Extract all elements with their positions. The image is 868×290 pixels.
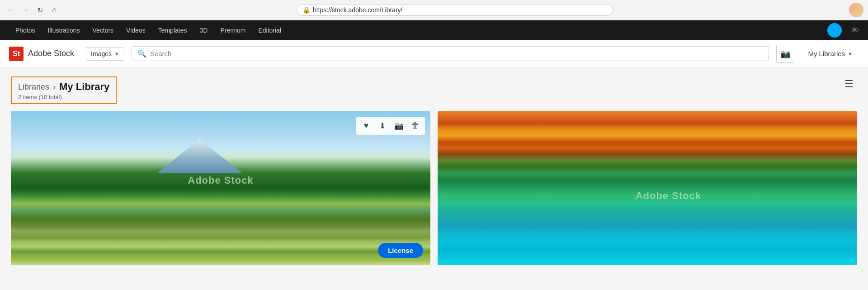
my-libraries-button[interactable]: My Libraries ▼ (802, 46, 859, 61)
url-text: https://stock.adobe.com/Library/ (313, 6, 607, 14)
main-content: Libraries › My Library 2 items (10 total… (0, 67, 868, 274)
search-type-label: Images (91, 50, 112, 57)
search-type-select[interactable]: Images ▼ (86, 47, 124, 61)
license-button[interactable]: License (378, 243, 423, 258)
breadcrumb-row: Libraries › My Library (18, 81, 109, 93)
forward-button[interactable]: → (19, 4, 32, 16)
nav-item-photos[interactable]: Photos (9, 20, 42, 40)
search-input[interactable] (150, 50, 764, 57)
stock-header: St Adobe Stock Images ▼ 🔍 📷 My Libraries… (0, 40, 868, 67)
browser-toolbar: ← → ↻ ⌂ 🔒 https://stock.adobe.com/Librar… (0, 0, 868, 20)
user-circle (827, 23, 842, 38)
user-avatar (849, 3, 863, 17)
browser-chrome: ← → ↻ ⌂ 🔒 https://stock.adobe.com/Librar… (0, 0, 868, 20)
breadcrumb-section: Libraries › My Library 2 items (10 total… (11, 76, 857, 104)
image-card-mountain[interactable]: ♥ ⬇ 📷 🗑 License (11, 111, 430, 265)
back-button[interactable]: ← (5, 4, 17, 16)
search-icon: 🔍 (137, 49, 146, 58)
image-grid: ♥ ⬇ 📷 🗑 License (11, 111, 857, 265)
home-button[interactable]: ⌂ (48, 4, 61, 16)
nav-item-premium[interactable]: Premium (214, 20, 252, 40)
chevron-down-icon: ▼ (848, 51, 853, 57)
breadcrumb-box: Libraries › My Library 2 items (10 total… (11, 76, 117, 104)
breadcrumb-current: My Library (59, 81, 109, 93)
nav-item-3d[interactable]: 3D (193, 20, 214, 40)
nav-item-illustrations[interactable]: Illustrations (42, 20, 86, 40)
eye-icon[interactable]: 👁 (851, 26, 859, 35)
chevron-down-icon: ▼ (114, 51, 119, 57)
camera-icon: 📷 (780, 49, 790, 59)
delete-button[interactable]: 🗑 (408, 119, 422, 133)
nav-item-videos[interactable]: Videos (120, 20, 152, 40)
image-waterfall (438, 111, 857, 265)
camera-button[interactable]: 📷 (392, 119, 406, 133)
breadcrumb-parent[interactable]: Libraries (18, 82, 49, 92)
address-bar[interactable]: 🔒 https://stock.adobe.com/Library/ (297, 4, 613, 16)
nav-item-templates[interactable]: Templates (152, 20, 193, 40)
breadcrumb-count: 2 items (10 total) (18, 94, 109, 100)
search-bar: 🔍 (132, 46, 769, 61)
browser-actions (849, 3, 863, 17)
view-menu-button[interactable]: ☰ (841, 76, 857, 92)
breadcrumb-separator: › (53, 82, 56, 92)
reload-button[interactable]: ↻ (33, 4, 46, 16)
like-button[interactable]: ♥ (359, 119, 373, 133)
adobe-nav: Photos Illustrations Vectors Videos Temp… (0, 20, 868, 40)
lock-icon: 🔒 (302, 6, 310, 14)
my-libraries-label: My Libraries (808, 50, 845, 57)
download-button[interactable]: ⬇ (375, 119, 390, 133)
adobe-logo: St Adobe Stock (9, 47, 74, 61)
nav-item-vectors[interactable]: Vectors (86, 20, 120, 40)
image-card-waterfall[interactable] (438, 111, 857, 265)
nav-buttons: ← → ↻ ⌂ (5, 4, 61, 16)
nav-item-editorial[interactable]: Editorial (252, 20, 288, 40)
brand-name: Adobe Stock (28, 49, 74, 58)
camera-search-button[interactable]: 📷 (776, 45, 794, 63)
adobe-logo-icon: St (9, 47, 24, 61)
card-toolbar-mountain: ♥ ⬇ 📷 🗑 (356, 117, 425, 135)
